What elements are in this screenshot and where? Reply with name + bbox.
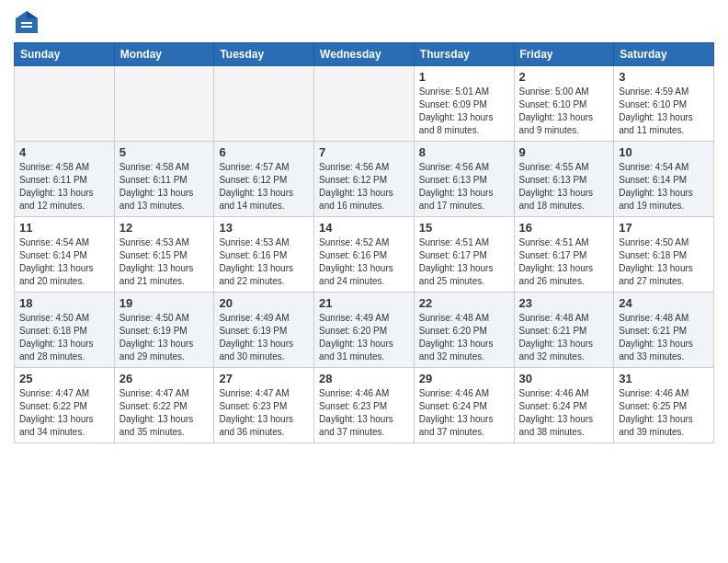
calendar-header: SundayMondayTuesdayWednesdayThursdayFrid… (15, 43, 714, 66)
day-info: Sunrise: 4:46 AM Sunset: 6:25 PM Dayligh… (619, 387, 709, 439)
svg-rect-3 (21, 26, 32, 28)
day-info: Sunrise: 4:57 AM Sunset: 6:12 PM Dayligh… (219, 161, 309, 213)
calendar-cell: 27Sunrise: 4:47 AM Sunset: 6:23 PM Dayli… (214, 368, 314, 443)
weekday-header-row: SundayMondayTuesdayWednesdayThursdayFrid… (15, 43, 714, 66)
calendar-cell: 20Sunrise: 4:49 AM Sunset: 6:19 PM Dayli… (214, 293, 314, 368)
day-number: 20 (219, 296, 309, 310)
calendar-cell (214, 66, 314, 142)
day-info: Sunrise: 4:55 AM Sunset: 6:13 PM Dayligh… (519, 161, 609, 213)
day-info: Sunrise: 4:56 AM Sunset: 6:12 PM Dayligh… (319, 161, 409, 213)
day-number: 4 (19, 145, 109, 159)
calendar-cell: 29Sunrise: 4:46 AM Sunset: 6:24 PM Dayli… (414, 368, 514, 443)
day-number: 7 (319, 145, 409, 159)
svg-rect-2 (21, 22, 32, 24)
weekday-header-tuesday: Tuesday (214, 43, 314, 66)
day-info: Sunrise: 4:52 AM Sunset: 6:16 PM Dayligh… (319, 236, 409, 288)
day-number: 10 (619, 145, 709, 159)
svg-marker-1 (27, 11, 38, 18)
day-number: 28 (319, 372, 409, 385)
calendar-cell: 10Sunrise: 4:54 AM Sunset: 6:14 PM Dayli… (614, 142, 714, 217)
day-number: 2 (519, 70, 609, 84)
day-number: 21 (319, 296, 409, 310)
logo-icon (14, 9, 40, 35)
day-number: 19 (119, 296, 210, 310)
calendar-cell: 8Sunrise: 4:56 AM Sunset: 6:13 PM Daylig… (414, 142, 514, 217)
day-number: 26 (119, 372, 210, 385)
calendar-cell: 18Sunrise: 4:50 AM Sunset: 6:18 PM Dayli… (15, 293, 115, 368)
day-number: 18 (19, 296, 109, 310)
day-info: Sunrise: 4:46 AM Sunset: 6:24 PM Dayligh… (519, 387, 609, 439)
calendar-cell: 17Sunrise: 4:50 AM Sunset: 6:18 PM Dayli… (614, 217, 714, 293)
weekday-header-sunday: Sunday (15, 43, 115, 66)
day-info: Sunrise: 4:53 AM Sunset: 6:15 PM Dayligh… (119, 236, 210, 288)
calendar-cell (114, 66, 214, 142)
day-number: 25 (19, 372, 109, 385)
calendar-cell: 12Sunrise: 4:53 AM Sunset: 6:15 PM Dayli… (114, 217, 214, 293)
day-info: Sunrise: 4:47 AM Sunset: 6:22 PM Dayligh… (19, 387, 109, 439)
day-info: Sunrise: 4:58 AM Sunset: 6:11 PM Dayligh… (119, 161, 210, 213)
calendar-cell: 28Sunrise: 4:46 AM Sunset: 6:23 PM Dayli… (314, 368, 415, 443)
week-row-2: 4Sunrise: 4:58 AM Sunset: 6:11 PM Daylig… (15, 142, 714, 217)
calendar-cell: 3Sunrise: 4:59 AM Sunset: 6:10 PM Daylig… (614, 66, 714, 142)
calendar-cell (15, 66, 115, 142)
day-number: 11 (19, 221, 109, 235)
day-info: Sunrise: 4:53 AM Sunset: 6:16 PM Dayligh… (219, 236, 309, 288)
calendar-cell: 24Sunrise: 4:48 AM Sunset: 6:21 PM Dayli… (614, 293, 714, 368)
day-info: Sunrise: 4:51 AM Sunset: 6:17 PM Dayligh… (519, 236, 609, 288)
day-number: 24 (619, 296, 709, 310)
weekday-header-saturday: Saturday (614, 43, 714, 66)
calendar-cell: 1Sunrise: 5:01 AM Sunset: 6:09 PM Daylig… (414, 66, 514, 142)
logo (14, 9, 43, 35)
day-info: Sunrise: 4:59 AM Sunset: 6:10 PM Dayligh… (619, 86, 709, 137)
day-number: 31 (619, 372, 709, 385)
day-info: Sunrise: 4:50 AM Sunset: 6:18 PM Dayligh… (619, 236, 709, 288)
day-number: 5 (119, 145, 210, 159)
day-info: Sunrise: 4:58 AM Sunset: 6:11 PM Dayligh… (19, 161, 109, 213)
calendar-cell: 23Sunrise: 4:48 AM Sunset: 6:21 PM Dayli… (514, 293, 614, 368)
day-number: 14 (319, 221, 409, 235)
page: SundayMondayTuesdayWednesdayThursdayFrid… (0, 0, 728, 563)
day-info: Sunrise: 4:47 AM Sunset: 6:23 PM Dayligh… (219, 387, 309, 439)
day-info: Sunrise: 4:48 AM Sunset: 6:21 PM Dayligh… (619, 312, 709, 363)
day-number: 30 (519, 372, 609, 385)
calendar-cell: 14Sunrise: 4:52 AM Sunset: 6:16 PM Dayli… (314, 217, 415, 293)
calendar-cell: 9Sunrise: 4:55 AM Sunset: 6:13 PM Daylig… (514, 142, 614, 217)
day-number: 12 (119, 221, 210, 235)
calendar-cell: 19Sunrise: 4:50 AM Sunset: 6:19 PM Dayli… (114, 293, 214, 368)
calendar-cell: 22Sunrise: 4:48 AM Sunset: 6:20 PM Dayli… (414, 293, 514, 368)
day-info: Sunrise: 4:54 AM Sunset: 6:14 PM Dayligh… (19, 236, 109, 288)
day-info: Sunrise: 4:49 AM Sunset: 6:20 PM Dayligh… (319, 312, 409, 363)
weekday-header-monday: Monday (114, 43, 214, 66)
week-row-5: 25Sunrise: 4:47 AM Sunset: 6:22 PM Dayli… (15, 368, 714, 443)
day-number: 29 (419, 372, 509, 385)
day-info: Sunrise: 4:48 AM Sunset: 6:21 PM Dayligh… (519, 312, 609, 363)
day-info: Sunrise: 4:50 AM Sunset: 6:19 PM Dayligh… (119, 312, 210, 363)
calendar-cell (314, 66, 415, 142)
day-info: Sunrise: 4:46 AM Sunset: 6:23 PM Dayligh… (319, 387, 409, 439)
day-number: 15 (419, 221, 509, 235)
day-info: Sunrise: 4:49 AM Sunset: 6:19 PM Dayligh… (219, 312, 309, 363)
day-info: Sunrise: 4:48 AM Sunset: 6:20 PM Dayligh… (419, 312, 509, 363)
day-number: 27 (219, 372, 309, 385)
calendar-cell: 4Sunrise: 4:58 AM Sunset: 6:11 PM Daylig… (15, 142, 115, 217)
calendar-cell: 16Sunrise: 4:51 AM Sunset: 6:17 PM Dayli… (514, 217, 614, 293)
day-number: 6 (219, 145, 309, 159)
weekday-header-friday: Friday (514, 43, 614, 66)
calendar-cell: 31Sunrise: 4:46 AM Sunset: 6:25 PM Dayli… (614, 368, 714, 443)
day-number: 3 (619, 70, 709, 84)
calendar-cell: 13Sunrise: 4:53 AM Sunset: 6:16 PM Dayli… (214, 217, 314, 293)
day-info: Sunrise: 5:01 AM Sunset: 6:09 PM Dayligh… (419, 86, 509, 137)
day-number: 1 (419, 70, 509, 84)
calendar-cell: 15Sunrise: 4:51 AM Sunset: 6:17 PM Dayli… (414, 217, 514, 293)
calendar-body: 1Sunrise: 5:01 AM Sunset: 6:09 PM Daylig… (15, 66, 714, 443)
calendar-cell: 21Sunrise: 4:49 AM Sunset: 6:20 PM Dayli… (314, 293, 415, 368)
week-row-3: 11Sunrise: 4:54 AM Sunset: 6:14 PM Dayli… (15, 217, 714, 293)
day-info: Sunrise: 4:46 AM Sunset: 6:24 PM Dayligh… (419, 387, 509, 439)
calendar-cell: 11Sunrise: 4:54 AM Sunset: 6:14 PM Dayli… (15, 217, 115, 293)
day-info: Sunrise: 5:00 AM Sunset: 6:10 PM Dayligh… (519, 86, 609, 137)
day-number: 16 (519, 221, 609, 235)
calendar: SundayMondayTuesdayWednesdayThursdayFrid… (14, 42, 714, 443)
calendar-cell: 7Sunrise: 4:56 AM Sunset: 6:12 PM Daylig… (314, 142, 415, 217)
calendar-cell: 25Sunrise: 4:47 AM Sunset: 6:22 PM Dayli… (15, 368, 115, 443)
day-number: 22 (419, 296, 509, 310)
